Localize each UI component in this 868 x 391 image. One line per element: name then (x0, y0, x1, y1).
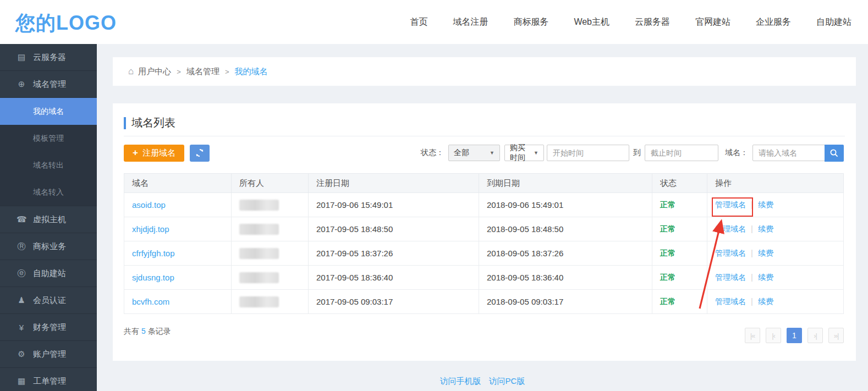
start-time-input[interactable] (547, 145, 629, 161)
page-number-button[interactable]: 1 (787, 328, 802, 343)
content-area: ⌂ 用户中心>域名管理>我的域名 域名列表 + 注册域名 (97, 44, 868, 391)
sidebar-item-财务管理[interactable]: ¥财务管理 (0, 314, 97, 341)
record-count-prefix: 共有 (124, 327, 139, 335)
table-row: sjdusng.top2017-09-05 18:36:402018-09-05… (124, 266, 844, 290)
footer-links: 访问手机版访问PC版 (97, 376, 868, 387)
domain-link[interactable]: sjdusng.top (132, 273, 174, 282)
expire-date: 2018-09-05 09:03:17 (479, 290, 652, 314)
sidebar-item-账户管理[interactable]: ⚙账户管理 (0, 341, 97, 368)
sidebar-item-虚拟主机[interactable]: ☎虚拟主机 (0, 206, 97, 233)
sidebar-item-商标业务[interactable]: Ⓡ商标业务 (0, 233, 97, 260)
renew-link[interactable]: 续费 (758, 224, 773, 233)
refresh-icon (195, 148, 204, 157)
breadcrumb-item[interactable]: 用户中心 (138, 67, 171, 76)
time-type-value: 购买时间 (510, 143, 530, 163)
renew-link[interactable]: 续费 (758, 200, 773, 209)
sidebar: ▤云服务器⊕域名管理我的域名模板管理域名转出域名转入☎虚拟主机Ⓡ商标业务ⓔ自助建… (0, 44, 97, 391)
refresh-button[interactable] (190, 145, 210, 162)
status-badge: 正常 (660, 224, 675, 233)
top-nav-item[interactable]: Web主机 (574, 16, 609, 28)
plus-icon: + (133, 147, 138, 158)
top-nav-item[interactable]: 云服务器 (635, 16, 670, 28)
renew-link[interactable]: 续费 (758, 249, 773, 257)
domain-link[interactable]: xhjdjdj.top (132, 224, 169, 234)
register-domain-button[interactable]: + 注册域名 (124, 145, 184, 162)
register-domain-label: 注册域名 (142, 148, 175, 158)
manage-domain-link[interactable]: 管理域名 (715, 224, 746, 233)
footer-link[interactable]: 访问PC版 (489, 376, 525, 386)
breadcrumb-item[interactable]: 我的域名 (234, 67, 267, 76)
top-nav-item[interactable]: 域名注册 (453, 16, 488, 28)
top-nav-item[interactable]: 自助建站 (816, 16, 851, 28)
first-page-button[interactable]: |« (745, 328, 760, 343)
home-icon: ⌂ (128, 66, 134, 77)
manage-domain-link[interactable]: 管理域名 (715, 200, 746, 209)
next-page-button[interactable]: ›| (807, 328, 823, 343)
sidebar-submenu: 我的域名模板管理域名转出域名转入 (0, 98, 97, 206)
last-page-button[interactable]: »| (828, 328, 844, 343)
end-time-input[interactable] (645, 145, 718, 161)
sidebar-item-label: 虚拟主机 (33, 214, 66, 225)
breadcrumb: ⌂ 用户中心>域名管理>我的域名 (113, 57, 856, 86)
status-badge: 正常 (660, 297, 675, 306)
prev-page-button[interactable]: |‹ (766, 328, 781, 343)
actions-cell: 管理域名|续费 (707, 266, 844, 290)
sidebar-item-自助建站[interactable]: ⓔ自助建站 (0, 260, 97, 287)
status-badge: 正常 (660, 249, 675, 257)
trademark-icon: Ⓡ (17, 241, 26, 252)
sidebar-item-工单管理[interactable]: ▦工单管理 (0, 368, 97, 391)
manage-domain-link[interactable]: 管理域名 (715, 249, 746, 257)
table-row: cfrfyjfgh.top2017-09-05 18:37:262018-09-… (124, 241, 844, 266)
breadcrumb-item[interactable]: 域名管理 (186, 67, 219, 76)
domain-search-input[interactable] (752, 145, 825, 161)
domain-table: 域名所有人注册日期到期日期状态操作 asoid.top2017-09-06 15… (124, 173, 844, 314)
owner-redacted-blur (239, 248, 279, 259)
renew-link[interactable]: 续费 (758, 273, 773, 282)
action-separator: | (751, 296, 753, 306)
record-count: 共有5条记录 (124, 327, 171, 337)
top-nav: 首页域名注册商标服务Web主机云服务器官网建站企业服务自助建站 (410, 0, 851, 44)
section-title: 域名列表 (124, 115, 175, 130)
record-count-value: 5 (141, 327, 146, 335)
registered-date: 2017-09-05 09:03:17 (309, 290, 479, 314)
domain-filter-label: 域名： (725, 148, 748, 158)
sidebar-subitem-我的域名[interactable]: 我的域名 (0, 98, 97, 125)
top-nav-item[interactable]: 企业服务 (756, 16, 791, 28)
domain-link[interactable]: asoid.top (132, 200, 166, 210)
manage-domain-link[interactable]: 管理域名 (715, 273, 746, 282)
footer-link[interactable]: 访问手机版 (440, 376, 481, 386)
sidebar-item-label: 自助建站 (33, 268, 66, 279)
table-row: xhjdjdj.top2017-09-05 18:48:502018-09-05… (124, 217, 844, 241)
sidebar-subitem-域名转入[interactable]: 域名转入 (0, 179, 97, 206)
sidebar-item-云服务器[interactable]: ▤云服务器 (0, 44, 97, 71)
sidebar-subitem-模板管理[interactable]: 模板管理 (0, 125, 97, 152)
gear-icon: ⚙ (17, 349, 26, 359)
expire-date: 2018-09-05 18:48:50 (479, 217, 652, 241)
sidebar-item-label: 财务管理 (33, 322, 66, 333)
table-row: bcvfh.com2017-09-05 09:03:172018-09-05 0… (124, 290, 844, 314)
action-separator: | (751, 248, 753, 257)
sidebar-subitem-域名转出[interactable]: 域名转出 (0, 152, 97, 179)
sidebar-item-域名管理[interactable]: ⊕域名管理 (0, 71, 97, 98)
top-nav-item[interactable]: 商标服务 (513, 16, 548, 28)
registered-date: 2017-09-05 18:48:50 (309, 217, 479, 241)
actions-cell: 管理域名|续费 (707, 193, 844, 217)
action-separator: | (751, 224, 753, 233)
status-select[interactable]: 全部 ▼ (448, 145, 500, 161)
top-nav-item[interactable]: 官网建站 (695, 16, 730, 28)
domain-link[interactable]: cfrfyjfgh.top (132, 249, 175, 258)
sidebar-item-label: 域名管理 (33, 79, 66, 90)
time-type-select[interactable]: 购买时间 ▼ (504, 145, 544, 161)
breadcrumb-items: 用户中心>域名管理>我的域名 (138, 67, 267, 77)
manage-domain-link[interactable]: 管理域名 (715, 297, 746, 306)
sidebar-item-会员认证[interactable]: ♟会员认证 (0, 287, 97, 314)
column-header: 状态 (652, 174, 707, 193)
owner-redacted-blur (239, 296, 279, 307)
renew-link[interactable]: 续费 (758, 297, 773, 306)
top-nav-item[interactable]: 首页 (410, 16, 427, 28)
status-select-value: 全部 (454, 148, 469, 158)
search-button[interactable] (825, 145, 844, 162)
status-filter-label: 状态： (421, 148, 444, 158)
owner-redacted-blur (239, 200, 279, 211)
domain-link[interactable]: bcvfh.com (132, 297, 169, 306)
